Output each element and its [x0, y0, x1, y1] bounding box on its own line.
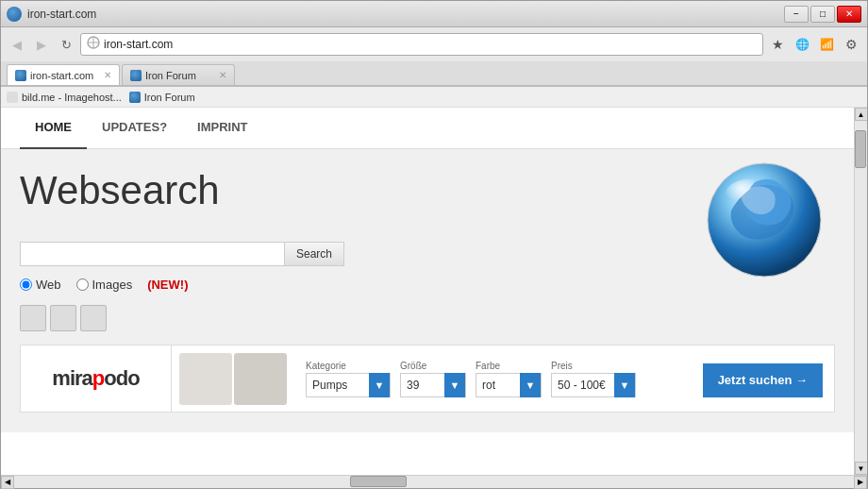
scroll-up-button[interactable]: ▲	[855, 108, 868, 121]
kategorie-value: Pumps	[307, 379, 369, 392]
vertical-scrollbar: ▲ ▼	[854, 108, 867, 475]
bookmark-1-favicon	[7, 92, 18, 103]
tab-1-favicon	[15, 70, 26, 81]
radio-images[interactable]	[76, 278, 89, 291]
h-scroll-right-button[interactable]: ▶	[854, 476, 867, 489]
groesse-arrow[interactable]: ▼	[444, 373, 465, 397]
nav-bar: ◀ ▶ ↻ ★ 🌐 📶 ⚙	[1, 27, 867, 61]
shoe-images	[172, 349, 294, 409]
page-content: HOME UPDATES? IMPRINT	[1, 108, 854, 475]
form-groesse: Größe 39 ▼	[400, 361, 466, 397]
brand-dot: p	[92, 366, 104, 390]
scroll-track	[855, 121, 867, 462]
shoe-2	[234, 353, 287, 405]
kategorie-label: Kategorie	[306, 361, 391, 371]
page-area: HOME UPDATES? IMPRINT	[1, 108, 867, 475]
preis-arrow[interactable]: ▼	[614, 373, 635, 397]
browser-icon	[7, 7, 22, 22]
site-body: Websearch Search Web Images	[1, 149, 854, 432]
kategorie-arrow[interactable]: ▼	[369, 373, 390, 397]
title-bar-left: iron-start.com	[7, 7, 96, 22]
page-btn-1[interactable]	[20, 305, 46, 331]
nav-tab-imprint[interactable]: IMPRINT	[182, 108, 262, 149]
radio-web-label[interactable]: Web	[20, 278, 61, 292]
search-input[interactable]	[20, 242, 284, 266]
minimize-button[interactable]: −	[784, 6, 809, 23]
h-scroll-left-button[interactable]: ◀	[1, 476, 14, 489]
maximize-button[interactable]: □	[810, 6, 835, 23]
preis-value: 50 - 100€	[552, 379, 614, 392]
bookmarks-bar: bild.me - Imagehost... Iron Forum	[1, 87, 867, 108]
page-btn-3[interactable]	[80, 305, 107, 331]
window-controls: − □ ✕	[784, 6, 861, 23]
address-input[interactable]	[104, 38, 757, 51]
horizontal-scrollbar: ◀ ▶	[1, 475, 867, 488]
nav-tab-updates[interactable]: UPDATES?	[87, 108, 182, 149]
scroll-down-button[interactable]: ▼	[855, 462, 868, 475]
page-btn-2[interactable]	[50, 305, 76, 331]
bookmark-2-favicon	[129, 92, 141, 103]
signal-icon[interactable]: 📶	[816, 34, 837, 55]
site-nav: HOME UPDATES? IMPRINT	[1, 108, 854, 149]
scroll-thumb[interactable]	[855, 130, 866, 168]
groesse-label: Größe	[400, 361, 466, 371]
preis-label: Preis	[551, 361, 636, 371]
tab-2[interactable]: Iron Forum ✕	[122, 64, 235, 85]
preis-select[interactable]: 50 - 100€ ▼	[551, 373, 636, 397]
farbe-label: Farbe	[476, 361, 542, 371]
logo-sphere	[703, 159, 826, 281]
address-icon	[87, 36, 100, 53]
banner-logo: mirapodo	[21, 345, 172, 413]
tab-1[interactable]: iron-start.com ✕	[7, 64, 120, 85]
bookmark-2-label: Iron Forum	[144, 92, 195, 103]
shoe-1	[179, 353, 232, 405]
h-scroll-thumb[interactable]	[350, 476, 407, 487]
settings-icon[interactable]: ⚙	[841, 34, 861, 55]
tab-1-close[interactable]: ✕	[104, 70, 111, 80]
tab-2-label: Iron Forum	[145, 70, 196, 81]
farbe-select[interactable]: rot ▼	[476, 373, 542, 397]
search-button[interactable]: Search	[284, 242, 344, 266]
cta-button[interactable]: Jetzt suchen →	[703, 363, 823, 397]
form-preis: Preis 50 - 100€ ▼	[551, 361, 636, 397]
farbe-value: rot	[476, 379, 520, 392]
h-scroll-track	[14, 476, 854, 488]
tab-2-close[interactable]: ✕	[219, 70, 226, 80]
title-bar: iron-start.com − □ ✕	[1, 1, 867, 27]
groesse-value: 39	[401, 379, 444, 392]
bookmark-1-label: bild.me - Imagehost...	[22, 92, 122, 103]
nav-extras: ★ 🌐 📶 ⚙	[767, 34, 861, 55]
bookmark-1[interactable]: bild.me - Imagehost...	[7, 92, 122, 103]
radio-images-label[interactable]: Images	[76, 278, 133, 292]
tab-2-favicon	[130, 70, 142, 81]
back-button[interactable]: ◀	[7, 34, 27, 55]
star-button[interactable]: ★	[767, 34, 788, 55]
farbe-arrow[interactable]: ▼	[520, 373, 541, 397]
close-button[interactable]: ✕	[837, 6, 861, 23]
title-bar-text: iron-start.com	[27, 8, 96, 21]
ext-icon1[interactable]: 🌐	[792, 34, 812, 55]
brand-text: mirapodo	[52, 366, 139, 391]
radio-web[interactable]	[20, 278, 32, 291]
groesse-select[interactable]: 39 ▼	[400, 373, 466, 397]
bookmark-2[interactable]: Iron Forum	[129, 92, 195, 103]
kategorie-select[interactable]: Pumps ▼	[306, 373, 391, 397]
address-bar-container	[80, 33, 763, 56]
form-farbe: Farbe rot ▼	[476, 361, 542, 397]
pagination-row	[20, 305, 835, 331]
browser-chrome: ◀ ▶ ↻ ★ 🌐 📶 ⚙ iron-start.com ✕	[1, 27, 867, 87]
form-kategorie: Kategorie Pumps ▼	[306, 361, 391, 397]
banner-form: Kategorie Pumps ▼ Größe 39 ▼	[294, 353, 834, 405]
refresh-button[interactable]: ↻	[56, 34, 76, 55]
nav-tab-home[interactable]: HOME	[20, 108, 87, 149]
tabs-bar: iron-start.com ✕ Iron Forum ✕	[1, 61, 867, 86]
new-badge: (NEW!)	[147, 278, 188, 292]
banner-strip: mirapodo Kategorie Pumps ▼	[20, 345, 835, 413]
tab-1-label: iron-start.com	[30, 70, 93, 81]
forward-button[interactable]: ▶	[31, 34, 52, 55]
